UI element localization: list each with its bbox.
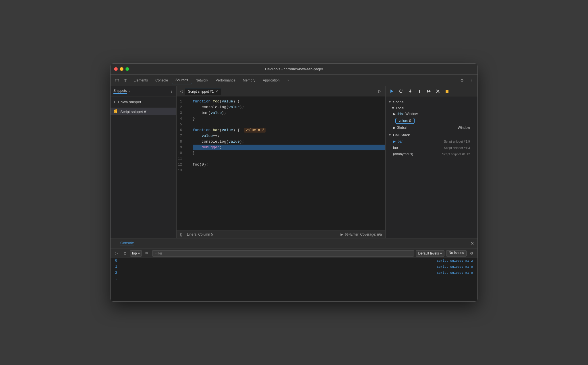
editor-tabs: ◁ Script snippet #1 ✕ ▷ (177, 86, 385, 96)
console-row-0: 0 Script snippet #1:2 (111, 258, 477, 264)
call-stack-fn-label: bar (398, 139, 403, 143)
code-line-12: foo(0); (193, 162, 385, 168)
snippet-item-label: Script snippet #1 (120, 110, 148, 114)
more-options-icon[interactable]: ⋮ (467, 76, 475, 84)
line-num-6: 6 (177, 127, 185, 133)
value-highlight-box[interactable]: value: 0 (395, 118, 415, 124)
scope-triangle-icon: ▼ (388, 100, 391, 104)
minimize-button[interactable] (120, 67, 123, 71)
svg-rect-4 (393, 90, 393, 93)
tab-network[interactable]: Network (192, 76, 212, 84)
svg-marker-11 (427, 90, 429, 93)
pause-button[interactable] (443, 87, 451, 95)
call-stack-section: ▼ Call Stack ▶ bar Script snippet #1:9 (386, 132, 477, 157)
editor-back-icon[interactable]: ◁ (179, 88, 184, 94)
svg-marker-12 (429, 90, 431, 93)
tab-application[interactable]: Application (259, 76, 283, 84)
code-line-8: console.log(value); (193, 139, 385, 145)
svg-marker-5 (402, 89, 403, 91)
step-over-button[interactable] (397, 87, 405, 95)
format-icon[interactable]: {} (180, 232, 182, 236)
local-section[interactable]: ▼ Local (388, 105, 475, 111)
right-panel: ▼ Scope ▼ Local ▶ this: Window (386, 86, 477, 238)
call-stack-item-bar[interactable]: ▶ bar Script snippet #1:9 (388, 138, 475, 145)
call-stack-header[interactable]: ▼ Call Stack (386, 132, 477, 138)
tab-console[interactable]: Console (152, 76, 171, 84)
prompt-arrow-icon: › (115, 277, 117, 281)
snippet-file-icon: {} (113, 109, 118, 114)
new-snippet-button[interactable]: + + New snippet (113, 99, 173, 105)
sidebar-item-snippet[interactable]: {} Script snippet #1 (111, 108, 176, 115)
editor-run-icon[interactable]: ▷ (377, 88, 383, 94)
resume-button[interactable] (388, 87, 396, 95)
settings-icon[interactable]: ⚙ (458, 76, 466, 84)
maximize-button[interactable] (125, 67, 129, 71)
run-shortcut: ⌘+Enter (345, 232, 359, 236)
value-scope-item: value: 0 (388, 117, 475, 125)
console-block-icon[interactable]: ⊘ (121, 250, 128, 257)
cursor-icon[interactable]: ⬚ (113, 76, 121, 84)
console-menu-icon[interactable]: ⋮ (114, 241, 118, 246)
tab-performance[interactable]: Performance (212, 76, 239, 84)
console-close-button[interactable]: ✕ (470, 241, 474, 246)
tab-more[interactable]: » (284, 76, 293, 84)
window-title: DevTools - chrome://new-tab-page/ (265, 67, 323, 71)
coverage-label: Coverage: n/a (360, 232, 382, 236)
editor-tab-close-icon[interactable]: ✕ (215, 90, 218, 93)
close-button[interactable] (114, 67, 118, 71)
title-bar: DevTools - chrome://new-tab-page/ (111, 64, 477, 75)
console-loc-1[interactable]: Script snippet #1:8 (437, 265, 473, 269)
call-stack-item-foo[interactable]: foo Script snippet #1:3 (388, 145, 475, 151)
console-loc-2[interactable]: Script snippet #1:8 (437, 271, 473, 275)
sidebar-more-btn[interactable]: » (129, 90, 130, 93)
no-issues-label: No Issues (449, 251, 464, 255)
console-eye-icon[interactable]: 👁 (144, 250, 150, 257)
console-toolbar: ▷ ⊘ top ▾ 👁 Default levels ▾ No Issues ⚙ (111, 249, 477, 258)
line-num-12: 12 (177, 162, 185, 168)
deactivate-button[interactable] (434, 87, 442, 95)
line-num-3: 3 (177, 110, 185, 116)
console-levels-label: Default levels (418, 251, 439, 255)
code-line-6: function bar(value) { value = 2 (193, 127, 385, 133)
plus-icon: + (113, 100, 116, 104)
scope-header[interactable]: ▼ Scope (386, 99, 477, 105)
this-scope-item: ▶ this: Window (388, 111, 475, 117)
editor-tab-active[interactable]: Script snippet #1 ✕ (185, 88, 221, 95)
console-filter-input[interactable] (152, 250, 414, 257)
run-arrow-icon[interactable]: ▶ (341, 232, 343, 236)
call-stack-title: Call Stack (393, 133, 410, 137)
line-num-5: 5 (177, 122, 185, 127)
code-line-13 (193, 168, 385, 173)
tab-elements[interactable]: Elements (130, 76, 151, 84)
console-prompt[interactable]: › (111, 276, 477, 282)
sidebar-title: Snippets (113, 89, 127, 94)
call-stack-item-anon[interactable]: (anonymous) Script snippet #1:12 (388, 151, 475, 157)
console-loc-0[interactable]: Script snippet #1:2 (437, 259, 473, 263)
code-content[interactable]: function foo(value) { console.log(value)… (188, 96, 385, 230)
scope-body: ▼ Local ▶ this: Window value: 0 (386, 105, 477, 131)
device-icon[interactable]: ◫ (121, 76, 129, 84)
global-scope-item[interactable]: ▶ Global Window (388, 125, 475, 131)
no-issues-button[interactable]: No Issues (446, 250, 467, 257)
run-status: ▶ ⌘+Enter Coverage: n/a (341, 232, 382, 236)
console-run-icon[interactable]: ▷ (113, 250, 120, 257)
step-out-icon (417, 89, 422, 94)
console-levels-button[interactable]: Default levels ▾ (416, 250, 444, 257)
sidebar-menu-icon[interactable]: ⋮ (169, 89, 173, 94)
code-line-3: bar(value); (193, 110, 385, 116)
console-row-2: 2 Script snippet #1:8 (111, 270, 477, 276)
step-into-button[interactable] (406, 87, 414, 95)
code-line-7: value++; (193, 133, 385, 139)
console-settings-icon[interactable]: ⚙ (468, 250, 475, 257)
step-out-button[interactable] (415, 87, 423, 95)
tab-sources[interactable]: Sources (172, 76, 192, 84)
deactivate-icon (436, 89, 440, 94)
value-val-display: 0 (409, 119, 411, 123)
nav-bar: ⬚ ◫ Elements Console Sources Network Per… (111, 75, 477, 86)
nav-right-actions: ⚙ ⋮ (458, 76, 475, 84)
step-button[interactable] (425, 87, 433, 95)
tab-memory[interactable]: Memory (239, 76, 259, 84)
right-panel-content: ▼ Scope ▼ Local ▶ this: Window (386, 96, 477, 238)
console-header: ⋮ Console ✕ (111, 238, 477, 249)
console-top-select[interactable]: top ▾ (130, 250, 142, 257)
